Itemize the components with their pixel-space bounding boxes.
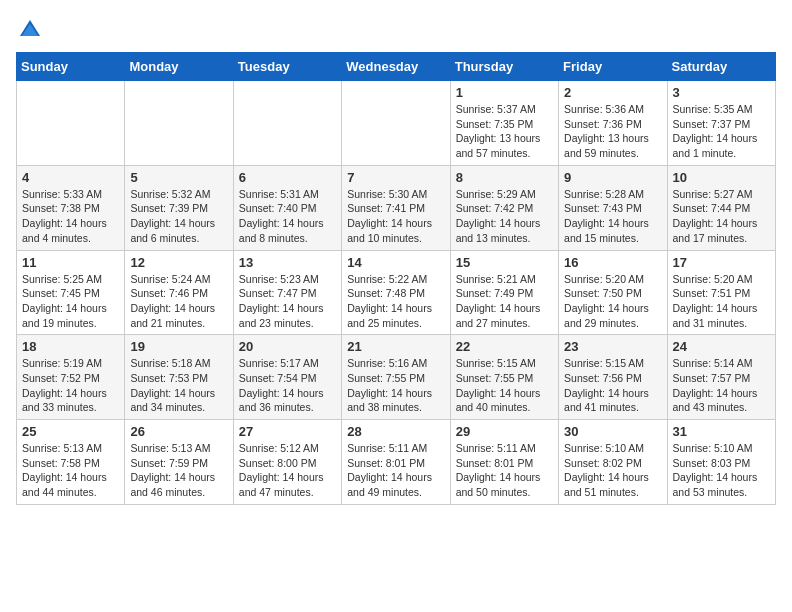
day-info: Sunrise: 5:13 AM Sunset: 7:58 PM Dayligh… [22, 441, 119, 500]
day-info: Sunrise: 5:11 AM Sunset: 8:01 PM Dayligh… [456, 441, 553, 500]
calendar-header-row: SundayMondayTuesdayWednesdayThursdayFrid… [17, 53, 776, 81]
calendar-cell: 13Sunrise: 5:23 AM Sunset: 7:47 PM Dayli… [233, 250, 341, 335]
calendar-cell: 23Sunrise: 5:15 AM Sunset: 7:56 PM Dayli… [559, 335, 667, 420]
day-number: 8 [456, 170, 553, 185]
day-number: 19 [130, 339, 227, 354]
day-info: Sunrise: 5:32 AM Sunset: 7:39 PM Dayligh… [130, 187, 227, 246]
calendar-cell: 5Sunrise: 5:32 AM Sunset: 7:39 PM Daylig… [125, 165, 233, 250]
day-number: 10 [673, 170, 770, 185]
day-number: 13 [239, 255, 336, 270]
day-number: 18 [22, 339, 119, 354]
weekday-header: Sunday [17, 53, 125, 81]
day-info: Sunrise: 5:33 AM Sunset: 7:38 PM Dayligh… [22, 187, 119, 246]
calendar-cell [342, 81, 450, 166]
day-number: 26 [130, 424, 227, 439]
day-number: 30 [564, 424, 661, 439]
calendar-cell: 1Sunrise: 5:37 AM Sunset: 7:35 PM Daylig… [450, 81, 558, 166]
day-number: 12 [130, 255, 227, 270]
day-number: 31 [673, 424, 770, 439]
logo-icon [16, 16, 44, 44]
calendar-cell: 30Sunrise: 5:10 AM Sunset: 8:02 PM Dayli… [559, 420, 667, 505]
calendar-cell: 17Sunrise: 5:20 AM Sunset: 7:51 PM Dayli… [667, 250, 775, 335]
logo [16, 16, 48, 44]
weekday-header: Monday [125, 53, 233, 81]
calendar-cell: 27Sunrise: 5:12 AM Sunset: 8:00 PM Dayli… [233, 420, 341, 505]
weekday-header: Thursday [450, 53, 558, 81]
calendar-cell: 8Sunrise: 5:29 AM Sunset: 7:42 PM Daylig… [450, 165, 558, 250]
day-info: Sunrise: 5:16 AM Sunset: 7:55 PM Dayligh… [347, 356, 444, 415]
calendar-table: SundayMondayTuesdayWednesdayThursdayFrid… [16, 52, 776, 505]
calendar-cell: 25Sunrise: 5:13 AM Sunset: 7:58 PM Dayli… [17, 420, 125, 505]
day-number: 24 [673, 339, 770, 354]
day-info: Sunrise: 5:12 AM Sunset: 8:00 PM Dayligh… [239, 441, 336, 500]
day-number: 14 [347, 255, 444, 270]
weekday-header: Saturday [667, 53, 775, 81]
weekday-header: Friday [559, 53, 667, 81]
calendar-cell: 11Sunrise: 5:25 AM Sunset: 7:45 PM Dayli… [17, 250, 125, 335]
calendar-cell: 7Sunrise: 5:30 AM Sunset: 7:41 PM Daylig… [342, 165, 450, 250]
calendar-cell: 16Sunrise: 5:20 AM Sunset: 7:50 PM Dayli… [559, 250, 667, 335]
calendar-cell [233, 81, 341, 166]
day-info: Sunrise: 5:15 AM Sunset: 7:55 PM Dayligh… [456, 356, 553, 415]
calendar-cell: 22Sunrise: 5:15 AM Sunset: 7:55 PM Dayli… [450, 335, 558, 420]
day-info: Sunrise: 5:36 AM Sunset: 7:36 PM Dayligh… [564, 102, 661, 161]
day-info: Sunrise: 5:22 AM Sunset: 7:48 PM Dayligh… [347, 272, 444, 331]
calendar-cell: 26Sunrise: 5:13 AM Sunset: 7:59 PM Dayli… [125, 420, 233, 505]
calendar-cell: 2Sunrise: 5:36 AM Sunset: 7:36 PM Daylig… [559, 81, 667, 166]
calendar-week-row: 25Sunrise: 5:13 AM Sunset: 7:58 PM Dayli… [17, 420, 776, 505]
day-number: 5 [130, 170, 227, 185]
day-number: 11 [22, 255, 119, 270]
calendar-week-row: 4Sunrise: 5:33 AM Sunset: 7:38 PM Daylig… [17, 165, 776, 250]
calendar-week-row: 1Sunrise: 5:37 AM Sunset: 7:35 PM Daylig… [17, 81, 776, 166]
weekday-header: Tuesday [233, 53, 341, 81]
day-number: 6 [239, 170, 336, 185]
day-info: Sunrise: 5:35 AM Sunset: 7:37 PM Dayligh… [673, 102, 770, 161]
day-number: 3 [673, 85, 770, 100]
day-info: Sunrise: 5:15 AM Sunset: 7:56 PM Dayligh… [564, 356, 661, 415]
day-info: Sunrise: 5:19 AM Sunset: 7:52 PM Dayligh… [22, 356, 119, 415]
page-header [16, 16, 776, 44]
calendar-cell: 29Sunrise: 5:11 AM Sunset: 8:01 PM Dayli… [450, 420, 558, 505]
day-number: 15 [456, 255, 553, 270]
day-number: 2 [564, 85, 661, 100]
day-number: 1 [456, 85, 553, 100]
calendar-cell [125, 81, 233, 166]
calendar-week-row: 11Sunrise: 5:25 AM Sunset: 7:45 PM Dayli… [17, 250, 776, 335]
day-info: Sunrise: 5:31 AM Sunset: 7:40 PM Dayligh… [239, 187, 336, 246]
calendar-cell: 3Sunrise: 5:35 AM Sunset: 7:37 PM Daylig… [667, 81, 775, 166]
day-number: 27 [239, 424, 336, 439]
day-number: 25 [22, 424, 119, 439]
calendar-cell [17, 81, 125, 166]
day-info: Sunrise: 5:20 AM Sunset: 7:50 PM Dayligh… [564, 272, 661, 331]
day-info: Sunrise: 5:13 AM Sunset: 7:59 PM Dayligh… [130, 441, 227, 500]
day-info: Sunrise: 5:23 AM Sunset: 7:47 PM Dayligh… [239, 272, 336, 331]
day-info: Sunrise: 5:20 AM Sunset: 7:51 PM Dayligh… [673, 272, 770, 331]
calendar-cell: 28Sunrise: 5:11 AM Sunset: 8:01 PM Dayli… [342, 420, 450, 505]
day-info: Sunrise: 5:24 AM Sunset: 7:46 PM Dayligh… [130, 272, 227, 331]
day-number: 21 [347, 339, 444, 354]
day-number: 23 [564, 339, 661, 354]
day-number: 4 [22, 170, 119, 185]
day-number: 20 [239, 339, 336, 354]
day-info: Sunrise: 5:29 AM Sunset: 7:42 PM Dayligh… [456, 187, 553, 246]
day-info: Sunrise: 5:30 AM Sunset: 7:41 PM Dayligh… [347, 187, 444, 246]
day-info: Sunrise: 5:10 AM Sunset: 8:02 PM Dayligh… [564, 441, 661, 500]
calendar-cell: 19Sunrise: 5:18 AM Sunset: 7:53 PM Dayli… [125, 335, 233, 420]
calendar-cell: 14Sunrise: 5:22 AM Sunset: 7:48 PM Dayli… [342, 250, 450, 335]
calendar-cell: 18Sunrise: 5:19 AM Sunset: 7:52 PM Dayli… [17, 335, 125, 420]
day-info: Sunrise: 5:21 AM Sunset: 7:49 PM Dayligh… [456, 272, 553, 331]
day-info: Sunrise: 5:28 AM Sunset: 7:43 PM Dayligh… [564, 187, 661, 246]
calendar-cell: 21Sunrise: 5:16 AM Sunset: 7:55 PM Dayli… [342, 335, 450, 420]
calendar-cell: 12Sunrise: 5:24 AM Sunset: 7:46 PM Dayli… [125, 250, 233, 335]
day-number: 9 [564, 170, 661, 185]
day-info: Sunrise: 5:27 AM Sunset: 7:44 PM Dayligh… [673, 187, 770, 246]
day-info: Sunrise: 5:11 AM Sunset: 8:01 PM Dayligh… [347, 441, 444, 500]
day-number: 29 [456, 424, 553, 439]
day-number: 7 [347, 170, 444, 185]
day-info: Sunrise: 5:14 AM Sunset: 7:57 PM Dayligh… [673, 356, 770, 415]
day-info: Sunrise: 5:18 AM Sunset: 7:53 PM Dayligh… [130, 356, 227, 415]
day-number: 22 [456, 339, 553, 354]
calendar-cell: 6Sunrise: 5:31 AM Sunset: 7:40 PM Daylig… [233, 165, 341, 250]
calendar-week-row: 18Sunrise: 5:19 AM Sunset: 7:52 PM Dayli… [17, 335, 776, 420]
calendar-cell: 31Sunrise: 5:10 AM Sunset: 8:03 PM Dayli… [667, 420, 775, 505]
